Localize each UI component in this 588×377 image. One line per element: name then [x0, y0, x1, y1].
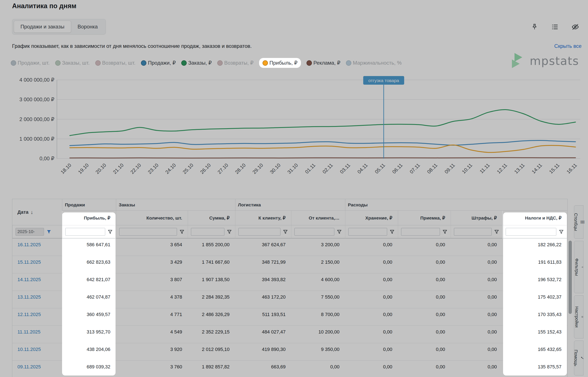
row-date-link[interactable]: 11.11.2025 — [12, 326, 62, 343]
side-tab-filters[interactable]: Фильтры — [574, 241, 584, 293]
cell-storage: 0,00 — [345, 308, 398, 326]
tab-funnel[interactable]: Воронка — [71, 21, 104, 33]
cell-profit: 360 459,57 — [62, 308, 116, 326]
cell-taxes: 155 152,43 — [503, 326, 567, 343]
row-date-link[interactable]: 16.11.2025 — [12, 238, 62, 256]
cell-sum: 1 892 857,82 — [188, 361, 235, 377]
cell-acceptance: 0,00 — [398, 308, 451, 326]
chart-annotation-badge[interactable]: отгузка товара — [368, 78, 399, 83]
column-header-sum[interactable]: Сумма, ₽ — [188, 211, 235, 225]
hide-all-link[interactable]: Скрыть все — [554, 43, 582, 49]
row-date-link[interactable]: 10.11.2025 — [12, 343, 62, 360]
x-axis-tick: 13.11 — [513, 162, 526, 175]
legend-item-9[interactable]: Маржинальность, % — [346, 60, 402, 66]
legend-label: Заказы, ₽ — [188, 60, 212, 66]
legend-item-8[interactable]: Реклама, ₽ — [307, 60, 340, 66]
cell-from_client: 4 600,00 — [291, 273, 345, 291]
side-tab-settings[interactable]: Настройки — [574, 295, 584, 338]
cell-storage: 0,00 — [345, 291, 398, 308]
filter-funnel-icon[interactable] — [558, 229, 564, 235]
x-axis-tick: 08.11 — [426, 162, 438, 175]
legend-item-2[interactable]: Заказы, шт. — [55, 60, 90, 66]
filter-funnel-icon[interactable] — [336, 229, 342, 235]
x-axis-tick: 01.11 — [304, 162, 316, 175]
cell-to_client: 511 193,51 — [235, 308, 291, 326]
x-axis-tick: 11.11 — [479, 162, 491, 175]
column-header-from-client[interactable]: От клиента,… — [291, 211, 345, 225]
legend-label: Продажи, ₽ — [148, 60, 176, 66]
x-axis-tick: 23.10 — [147, 162, 159, 175]
row-date-link[interactable]: 13.11.2025 — [12, 291, 62, 308]
cell-storage: 0,00 — [345, 256, 398, 273]
column-header-acceptance[interactable]: Приемка, ₽ — [398, 211, 451, 225]
cell-to_client: 348 721,99 — [235, 256, 291, 273]
profit-filter-input[interactable] — [65, 228, 105, 236]
line-chart[interactable]: 4 000 000,00 ₽3 000 000,00 ₽2 000 000,00… — [0, 73, 588, 181]
storage-filter-input[interactable] — [348, 228, 387, 236]
legend-item-1[interactable]: Продажи, шт. — [11, 60, 49, 66]
filter-funnel-icon[interactable] — [283, 229, 288, 235]
side-tab-label: Столбцы — [573, 213, 578, 231]
filter-funnel-icon[interactable] — [494, 229, 499, 235]
eye-off-icon[interactable] — [571, 23, 579, 31]
side-tab-help[interactable]: ✓ Помощь — [574, 341, 584, 376]
filter-cell-storage — [345, 225, 398, 238]
row-date-link[interactable]: 09.11.2025 — [12, 361, 62, 377]
legend-item-4[interactable]: Продажи, ₽ — [141, 60, 176, 66]
mpstats-logo-text: mpstats — [529, 54, 579, 67]
row-date-link[interactable]: 14.11.2025 — [12, 273, 62, 291]
cell-sum: 2 284 392,35 — [188, 291, 235, 308]
column-header-taxes[interactable]: Налоги и НДС, ₽ — [503, 211, 567, 225]
to_client-filter-input[interactable] — [238, 228, 280, 236]
x-axis-tick: 19.10 — [77, 162, 90, 175]
column-header-to-client[interactable]: К клиенту, ₽ — [235, 211, 291, 225]
column-header-date[interactable]: Дата ↓ — [12, 199, 62, 225]
filter-funnel-icon[interactable] — [442, 229, 448, 235]
quantity-filter-input[interactable] — [119, 228, 177, 236]
column-header-quantity[interactable]: Количество, шт. — [116, 211, 188, 225]
filter-cell-date — [12, 225, 62, 238]
x-axis-tick: 15.11 — [548, 162, 561, 175]
x-axis-tick: 03.11 — [339, 162, 351, 175]
list-icon[interactable] — [551, 23, 559, 31]
filter-cell-sum — [188, 225, 235, 238]
column-header-fines[interactable]: Штрафы, ₽ — [451, 211, 503, 225]
date-filter-funnel-icon[interactable] — [46, 229, 52, 235]
table-row: 16.11.2025586 647,613 6541 855 200,00367… — [12, 238, 567, 256]
cell-quantity: 3 654 — [116, 238, 188, 256]
pin-icon[interactable] — [531, 23, 539, 31]
x-axis-tick: 06.11 — [391, 162, 404, 175]
sum-filter-input[interactable] — [191, 228, 224, 236]
legend-item-3[interactable]: Возвраты, шт. — [95, 60, 136, 66]
date-filter-input[interactable] — [15, 228, 44, 236]
fines-filter-input[interactable] — [454, 228, 492, 236]
legend-item-7[interactable]: Прибыль, ₽ — [259, 58, 301, 68]
view-tab-group: Продажи и заказы Воронка — [12, 19, 106, 35]
side-tab-columns[interactable]: ☰ Столбцы — [574, 205, 584, 239]
tab-sales-orders[interactable]: Продажи и заказы — [14, 21, 71, 33]
x-axis-tick: 28.10 — [234, 162, 247, 175]
filter-funnel-icon[interactable] — [179, 229, 185, 235]
filter-funnel-icon[interactable] — [227, 229, 232, 235]
series-line-1 — [70, 141, 576, 146]
date-header-label: Дата — [17, 209, 28, 215]
legend-item-6[interactable]: Возвраты, ₽ — [217, 60, 253, 66]
column-header-profit[interactable]: Прибыль, ₽ — [62, 211, 116, 225]
column-header-storage[interactable]: Хранение, ₽ — [345, 211, 398, 225]
cell-sum: 2 486 326,29 — [188, 308, 235, 326]
filter-cell-profit — [62, 225, 116, 238]
row-date-link[interactable]: 12.11.2025 — [12, 308, 62, 326]
filter-cell-acceptance — [398, 225, 451, 238]
taxes-filter-input[interactable] — [506, 228, 556, 236]
cell-sum: 1 907 138,50 — [188, 273, 235, 291]
legend-item-5[interactable]: Заказы, ₽ — [181, 60, 212, 66]
vertical-scrollbar-thumb[interactable] — [569, 241, 572, 314]
filter-funnel-icon[interactable] — [107, 229, 113, 235]
acceptance-filter-input[interactable] — [401, 228, 440, 236]
legend-dot — [11, 60, 16, 66]
from_client-filter-input[interactable] — [294, 228, 334, 236]
filter-cell-to_client — [235, 225, 291, 238]
filter-funnel-icon[interactable] — [389, 229, 395, 235]
legend-dot — [181, 60, 187, 66]
row-date-link[interactable]: 15.11.2025 — [12, 256, 62, 273]
